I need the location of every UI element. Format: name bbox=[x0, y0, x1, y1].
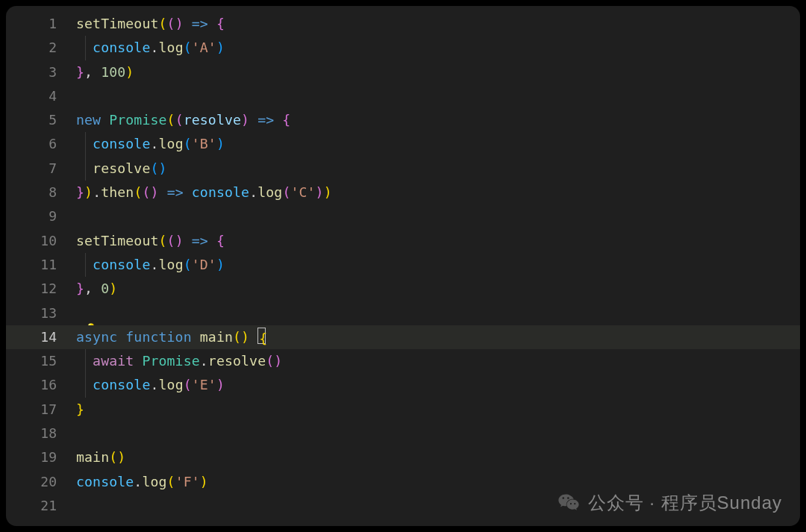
code-line[interactable]: 15 await Promise.resolve() bbox=[6, 349, 800, 373]
line-number: 10 bbox=[6, 229, 76, 253]
line-number: 1 bbox=[6, 12, 76, 36]
code-line[interactable]: 13💡 bbox=[6, 301, 800, 325]
line-number: 7 bbox=[6, 157, 76, 181]
code-content[interactable]: main() bbox=[76, 445, 125, 469]
code-line[interactable]: 12}, 0) bbox=[6, 277, 800, 301]
code-content[interactable]: setTimeout(() => { bbox=[76, 12, 225, 36]
code-line[interactable]: 17} bbox=[6, 398, 800, 422]
line-number: 12 bbox=[6, 277, 76, 301]
line-number: 15 bbox=[6, 349, 76, 373]
code-line[interactable]: 11 console.log('D') bbox=[6, 253, 800, 277]
code-line[interactable]: 10setTimeout(() => { bbox=[6, 229, 800, 253]
line-number: 14 bbox=[6, 325, 76, 349]
code-content[interactable]: console.log('F') bbox=[76, 470, 208, 494]
code-line[interactable]: 8}).then(() => console.log('C')) bbox=[6, 181, 800, 204]
code-content[interactable]: console.log('E') bbox=[76, 373, 225, 397]
line-number: 8 bbox=[6, 181, 76, 204]
code-line[interactable]: 4 bbox=[6, 84, 800, 108]
code-content[interactable]: }, 100) bbox=[76, 60, 134, 84]
code-line[interactable]: 9 bbox=[6, 204, 800, 228]
code-content[interactable]: resolve() bbox=[76, 157, 167, 181]
code-area[interactable]: 1setTimeout(() => {2 console.log('A')3},… bbox=[6, 6, 800, 518]
code-line[interactable]: 18 bbox=[6, 422, 800, 445]
code-editor[interactable]: 1setTimeout(() => {2 console.log('A')3},… bbox=[6, 6, 800, 526]
line-number: 2 bbox=[6, 36, 76, 60]
line-number: 20 bbox=[6, 470, 76, 494]
code-content[interactable]: async function main() { bbox=[76, 325, 266, 349]
code-line[interactable]: 6 console.log('B') bbox=[6, 132, 800, 156]
line-number: 18 bbox=[6, 422, 76, 445]
lightbulb-icon[interactable]: 💡 bbox=[86, 316, 93, 325]
code-content[interactable]: console.log('D') bbox=[76, 253, 225, 277]
cursor: { bbox=[257, 328, 266, 344]
code-line[interactable]: 3}, 100) bbox=[6, 60, 800, 84]
code-content[interactable]: new Promise((resolve) => { bbox=[76, 108, 290, 132]
line-number: 6 bbox=[6, 132, 76, 156]
line-number: 19 bbox=[6, 445, 76, 469]
code-line[interactable]: 1setTimeout(() => { bbox=[6, 12, 800, 36]
code-line[interactable]: 16 console.log('E') bbox=[6, 373, 800, 397]
line-number: 5 bbox=[6, 108, 76, 132]
code-content[interactable]: await Promise.resolve() bbox=[76, 349, 282, 373]
line-number: 4 bbox=[6, 84, 76, 108]
line-number: 9 bbox=[6, 204, 76, 228]
code-line[interactable]: 14async function main() { bbox=[6, 325, 800, 349]
line-number: 17 bbox=[6, 398, 76, 422]
code-line[interactable]: 5new Promise((resolve) => { bbox=[6, 108, 800, 132]
code-line[interactable]: 2 console.log('A') bbox=[6, 36, 800, 60]
code-line[interactable]: 19main() bbox=[6, 445, 800, 469]
code-content[interactable]: console.log('A') bbox=[76, 36, 225, 60]
line-number: 13 bbox=[6, 301, 76, 325]
line-number: 3 bbox=[6, 60, 76, 84]
watermark: 公众号 · 程序员Sunday bbox=[557, 491, 782, 515]
watermark-text: 公众号 · 程序员Sunday bbox=[588, 491, 782, 515]
code-content[interactable]: } bbox=[76, 398, 84, 422]
wechat-icon bbox=[557, 491, 581, 515]
code-content[interactable]: }).then(() => console.log('C')) bbox=[76, 181, 332, 204]
code-line[interactable]: 7 resolve() bbox=[6, 157, 800, 181]
line-number: 16 bbox=[6, 373, 76, 397]
line-number: 21 bbox=[6, 494, 76, 518]
code-content[interactable]: setTimeout(() => { bbox=[76, 229, 225, 253]
line-number: 11 bbox=[6, 253, 76, 277]
code-content[interactable]: }, 0) bbox=[76, 277, 117, 301]
code-content[interactable]: console.log('B') bbox=[76, 132, 225, 156]
